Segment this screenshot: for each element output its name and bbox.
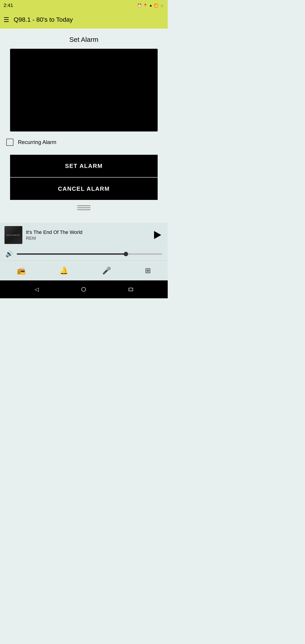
- drag-line-1: [77, 205, 90, 206]
- clock-display[interactable]: [10, 49, 158, 132]
- cancel-alarm-button[interactable]: CANCEL ALARM: [10, 178, 158, 200]
- main-content: Set Alarm Recurring Alarm SET ALARM CANC…: [0, 28, 168, 222]
- now-playing-bar: DOCUMENT It's The End Of The World REM: [0, 222, 168, 248]
- sys-home-button[interactable]: [82, 287, 86, 292]
- status-bar: 2:41 ⏰ 📍 ▲ 📶 🔋: [0, 0, 168, 11]
- play-icon: [154, 231, 161, 239]
- alarm-status-icon: ⏰: [137, 3, 142, 8]
- recurring-row: Recurring Alarm: [5, 139, 162, 146]
- recurring-label: Recurring Alarm: [18, 139, 56, 145]
- album-doc-label: DOCUMENT: [6, 234, 20, 236]
- status-icons: ⏰ 📍 ▲ 📶 🔋: [137, 3, 164, 8]
- album-art-inner: DOCUMENT: [4, 226, 22, 244]
- drag-line-2: [77, 207, 90, 208]
- drag-handle: [77, 200, 90, 214]
- grid-nav-icon: ⊞: [145, 266, 151, 275]
- status-time: 2:41: [4, 2, 13, 8]
- menu-icon[interactable]: ☰: [4, 16, 9, 24]
- recurring-checkbox[interactable]: [6, 139, 14, 146]
- system-nav-bar: ◁: [0, 280, 168, 298]
- toolbar: ☰ Q98.1 - 80's to Today: [0, 11, 168, 28]
- radio-nav-icon: 📻: [17, 266, 26, 275]
- track-artist: REM: [26, 236, 147, 241]
- nav-item-radio[interactable]: 📻: [13, 264, 29, 276]
- battery-status-icon: 🔋: [160, 3, 164, 8]
- track-title: It's The End Of The World: [26, 229, 147, 236]
- volume-fill: [17, 253, 126, 255]
- bottom-nav: 📻 🔔 🎤 ⊞: [0, 260, 168, 280]
- location-status-icon: 📍: [143, 3, 148, 8]
- play-button[interactable]: [151, 229, 163, 241]
- volume-thumb: [124, 252, 128, 256]
- volume-track[interactable]: [17, 253, 162, 255]
- page-title: Set Alarm: [69, 36, 98, 44]
- sys-back-button[interactable]: ◁: [35, 286, 39, 292]
- track-info: It's The End Of The World REM: [26, 229, 147, 241]
- sys-recent-button[interactable]: [128, 288, 133, 291]
- album-art: DOCUMENT: [4, 226, 22, 244]
- set-alarm-button[interactable]: SET ALARM: [10, 155, 158, 177]
- volume-icon: 🔊: [5, 250, 13, 258]
- nav-item-mic[interactable]: 🎤: [98, 264, 115, 276]
- nav-item-grid[interactable]: ⊞: [141, 264, 154, 276]
- wifi-status-icon: ▲: [149, 3, 152, 8]
- drag-line-3: [77, 209, 90, 210]
- toolbar-title: Q98.1 - 80's to Today: [14, 16, 73, 23]
- signal-status-icon: 📶: [154, 3, 158, 8]
- mic-nav-icon: 🎤: [102, 266, 111, 275]
- alarm-nav-icon: 🔔: [60, 266, 68, 275]
- volume-bar: 🔊: [0, 248, 168, 260]
- nav-item-alarm[interactable]: 🔔: [56, 264, 72, 276]
